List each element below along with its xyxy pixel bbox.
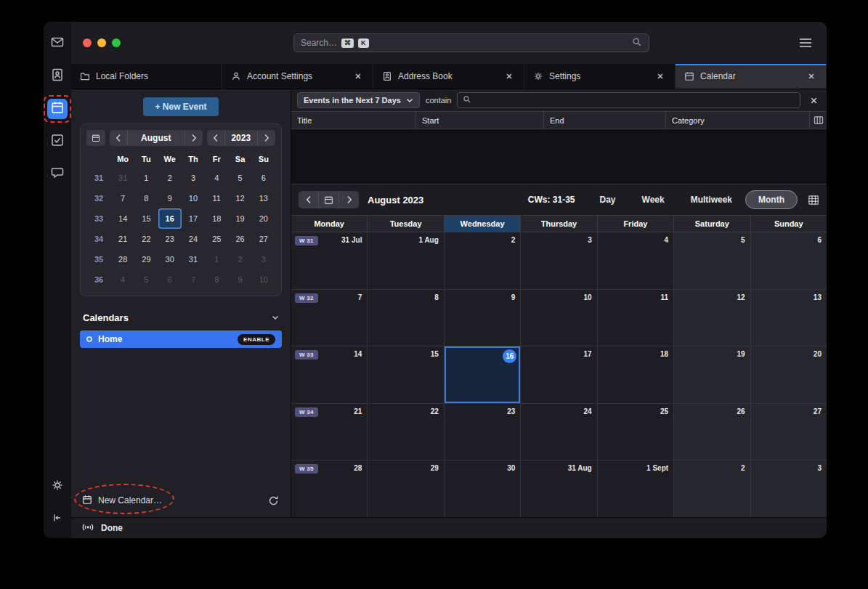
calendar-space-button[interactable] xyxy=(47,99,68,119)
minical-day[interactable]: 13 xyxy=(252,188,275,208)
minical-day[interactable]: 24 xyxy=(182,229,205,249)
month-cell[interactable]: 3 xyxy=(521,232,597,289)
minical-day[interactable]: 4 xyxy=(111,269,134,290)
close-window-button[interactable] xyxy=(83,38,92,47)
minical-day[interactable]: 7 xyxy=(182,269,205,290)
minical-day[interactable]: 1 xyxy=(134,168,158,188)
close-tab-icon[interactable] xyxy=(352,70,364,82)
chat-space-button[interactable] xyxy=(47,164,68,184)
minical-day[interactable]: 23 xyxy=(158,229,182,249)
next-year-button[interactable] xyxy=(258,130,275,146)
month-cell[interactable]: 19 xyxy=(674,346,750,403)
minical-day[interactable]: 6 xyxy=(252,168,275,188)
month-cell[interactable]: 8 xyxy=(368,290,444,346)
previous-month-button[interactable] xyxy=(110,130,127,146)
column-header-start[interactable]: Start xyxy=(416,112,544,129)
close-tab-icon[interactable] xyxy=(654,70,666,82)
minical-day[interactable]: 8 xyxy=(134,188,158,208)
close-tab-icon[interactable] xyxy=(806,70,817,82)
minical-day[interactable]: 17 xyxy=(182,208,205,229)
column-header-title[interactable]: Title xyxy=(291,112,416,129)
view-button-month[interactable]: Month xyxy=(745,190,798,209)
month-cell[interactable]: 23 xyxy=(445,404,521,460)
month-cell[interactable]: 20 xyxy=(751,346,827,403)
mail-space-button[interactable] xyxy=(47,33,68,54)
month-cell[interactable]: 25 xyxy=(598,404,674,460)
month-cell[interactable]: 2 xyxy=(445,232,521,289)
minical-day[interactable]: 3 xyxy=(182,168,205,188)
month-cell[interactable]: 4 xyxy=(598,232,674,289)
minical-day[interactable]: 9 xyxy=(228,269,251,290)
month-cell-today[interactable]: 16 xyxy=(445,346,521,403)
minical-day[interactable]: 21 xyxy=(111,229,134,249)
view-button-week[interactable]: Week xyxy=(629,190,678,209)
previous-year-button[interactable] xyxy=(207,130,224,146)
month-cell[interactable]: 2 xyxy=(674,460,750,517)
month-cell[interactable]: 10 xyxy=(521,290,597,346)
month-cell[interactable]: 31 Aug xyxy=(521,460,597,517)
settings-space-button[interactable] xyxy=(47,476,68,497)
minical-day[interactable]: 15 xyxy=(134,208,158,229)
calendars-section-header[interactable]: Calendars xyxy=(71,302,291,329)
minical-day-selected[interactable]: 16 xyxy=(158,208,182,229)
minical-day[interactable]: 28 xyxy=(111,249,134,269)
tab-calendar[interactable]: Calendar xyxy=(676,64,827,89)
month-cell[interactable]: 30 xyxy=(445,460,521,517)
month-cell[interactable]: 27 xyxy=(751,404,827,460)
minical-day[interactable]: 6 xyxy=(158,269,182,290)
minical-day[interactable]: 12 xyxy=(228,188,251,208)
minical-day[interactable]: 22 xyxy=(134,229,158,249)
global-search-bar[interactable]: Search… ⌘ K xyxy=(293,33,649,52)
tasks-space-button[interactable] xyxy=(47,131,68,152)
next-period-button[interactable] xyxy=(339,191,359,208)
month-cell[interactable]: 1 Aug xyxy=(368,232,444,289)
minical-day[interactable]: 5 xyxy=(134,269,158,290)
minical-day[interactable]: 9 xyxy=(158,188,182,208)
chevron-down-icon[interactable] xyxy=(272,315,279,320)
month-cell[interactable]: 17 xyxy=(521,346,597,403)
sync-icon[interactable] xyxy=(268,495,279,506)
close-filter-icon[interactable] xyxy=(806,97,821,105)
month-cell[interactable]: 18 xyxy=(598,346,674,403)
minical-day[interactable]: 31 xyxy=(111,168,134,188)
month-cell[interactable]: 13 xyxy=(751,290,827,346)
minical-day[interactable]: 7 xyxy=(111,188,134,208)
minical-day[interactable]: 8 xyxy=(205,269,228,290)
minical-day[interactable]: 2 xyxy=(228,249,251,269)
previous-period-button[interactable] xyxy=(299,191,319,208)
minical-day[interactable]: 18 xyxy=(205,208,228,229)
event-search-field[interactable] xyxy=(457,92,800,108)
minimize-window-button[interactable] xyxy=(97,38,106,47)
month-cell[interactable]: 26 xyxy=(674,404,750,460)
column-header-end[interactable]: End xyxy=(544,112,666,129)
month-cell[interactable]: 11 xyxy=(598,290,674,346)
next-month-button[interactable] xyxy=(185,130,203,146)
zoom-window-button[interactable] xyxy=(112,38,121,47)
close-tab-icon[interactable] xyxy=(503,70,515,82)
minical-day[interactable]: 10 xyxy=(182,188,205,208)
calendar-layout-icon[interactable] xyxy=(808,195,819,206)
collapse-spaces-button[interactable] xyxy=(47,509,68,529)
month-cell[interactable]: 22 xyxy=(368,404,444,460)
month-cell[interactable]: W 3131 Jul xyxy=(291,232,368,289)
tab-local-folders[interactable]: Local Folders xyxy=(71,64,222,89)
minical-day[interactable]: 27 xyxy=(252,229,275,249)
month-cell[interactable]: 15 xyxy=(368,346,444,403)
month-cell[interactable]: 12 xyxy=(674,290,750,346)
month-cell[interactable]: 9 xyxy=(445,290,521,346)
minical-day[interactable]: 30 xyxy=(158,249,182,269)
minical-day[interactable]: 29 xyxy=(134,249,158,269)
column-header-category[interactable]: Category xyxy=(666,112,810,129)
new-calendar-label[interactable]: New Calendar… xyxy=(98,495,162,505)
tab-settings[interactable]: Settings xyxy=(524,64,676,89)
calendar-list-item-home[interactable]: Home ENABLE xyxy=(80,330,282,348)
month-cell[interactable]: W 3314 xyxy=(291,346,368,403)
minical-day[interactable]: 5 xyxy=(228,168,251,188)
month-cell[interactable]: 24 xyxy=(521,404,597,460)
month-cell[interactable]: 1 Sept xyxy=(598,460,674,517)
today-button[interactable] xyxy=(319,191,339,208)
minical-day[interactable]: 3 xyxy=(252,249,275,269)
month-cell[interactable]: 5 xyxy=(674,232,750,289)
new-event-button[interactable]: + New Event xyxy=(143,97,218,116)
view-button-day[interactable]: Day xyxy=(587,190,629,209)
